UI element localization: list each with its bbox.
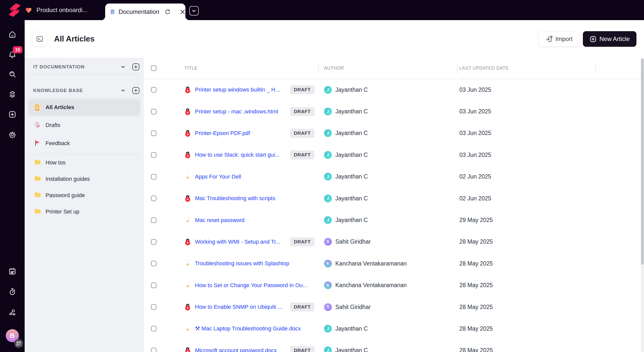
sidebar-item-label: All Articles (46, 104, 74, 111)
article-console-icon-button[interactable] (32, 32, 47, 47)
vertical-scrollbar[interactable] (641, 58, 644, 352)
sidebar-item-feedback[interactable]: Feedback (28, 134, 140, 152)
chevron-up-icon[interactable] (120, 88, 126, 93)
row-checkbox[interactable] (151, 152, 156, 158)
article-title-link[interactable]: Apps For Your Dell (195, 173, 241, 180)
sidebar-folder-label: How tos (46, 159, 65, 166)
table-row[interactable]: Mac Troubleshooting with scripts DRAFT J… (144, 188, 644, 209)
table-row[interactable]: Printer setup - mac ,windows.html DRAFT … (144, 101, 644, 122)
article-title-link[interactable]: Troubleshooting issues with Splashtop (195, 260, 289, 267)
table-row[interactable]: How to Set or Change Your Password in Ou… (144, 275, 644, 296)
table-row[interactable]: How to Enable SNMP on Ubiquiti ... DRAFT… (144, 296, 644, 318)
sidebar-folder-password-guide[interactable]: Password guide (28, 187, 140, 203)
locked-article-icon (184, 86, 191, 94)
new-article-button-label: New Article (599, 35, 630, 42)
article-title-link[interactable]: ⚒ Mac Laptop Troubleshooting Guide.docx (195, 325, 301, 332)
row-checkbox[interactable] (151, 348, 156, 352)
table-row[interactable]: ⚒ Mac Laptop Troubleshooting Guide.docx … (144, 318, 644, 339)
article-title-link[interactable]: Printer-Epson PDF.pdf (195, 130, 250, 136)
table-row[interactable]: Working with WMI - Setup and Tr... DRAFT… (144, 231, 644, 253)
last-updated-date: 02 Jun 2025 (459, 173, 491, 180)
article-title-link[interactable]: Mac reset password (195, 217, 245, 223)
share-network-icon[interactable] (8, 308, 17, 317)
article-title-link[interactable]: Printer setup - mac ,windows.html (195, 108, 278, 115)
import-button[interactable]: Import (538, 31, 580, 47)
author-avatar: J (324, 86, 332, 94)
sidebar-folder-printer-set-up[interactable]: Printer Set up (28, 203, 140, 220)
row-checkbox[interactable] (151, 326, 156, 331)
folder-icon (34, 175, 41, 183)
article-title-link[interactable]: How to use Slack: quick start gui... (195, 152, 279, 158)
documentation-sidebar: IT DOCUMENTATION KNOWLEDGE BASE (25, 58, 144, 352)
scrollbar-thumb[interactable] (641, 59, 644, 265)
add-it-doc-button[interactable] (132, 63, 139, 70)
tab-refresh-icon[interactable] (164, 9, 170, 15)
qr-code-badge-icon[interactable] (14, 339, 23, 348)
article-title-link[interactable]: Printer setup windows builtin _ H... (195, 86, 280, 93)
tab-documentation[interactable]: Documentation (105, 4, 185, 20)
author-name: Jayanthan C (335, 152, 368, 158)
article-title-link[interactable]: Microsoft account password.docx (195, 347, 277, 352)
row-checkbox[interactable] (151, 196, 156, 201)
select-all-checkbox[interactable] (151, 65, 156, 71)
article-doc-icon (184, 282, 191, 289)
draft-status-badge: DRAFT (290, 107, 314, 116)
column-header-last-updated: LAST UPDATED DATE (459, 66, 509, 71)
tab-close-icon[interactable] (180, 9, 185, 15)
table-row[interactable]: Troubleshooting issues with Splashtop DR… (144, 253, 644, 274)
author-name: Jayanthan C (335, 130, 368, 137)
author-avatar: J (324, 216, 332, 224)
settings-gear-icon[interactable] (8, 130, 17, 139)
sidebar-folder-how-tos[interactable]: How tos (28, 154, 140, 171)
section-label: KNOWLEDGE BASE (33, 88, 83, 93)
chevron-down-icon[interactable] (120, 64, 126, 70)
drafts-notepad-icon (34, 122, 41, 129)
table-row[interactable]: Printer setup windows builtin _ H... DRA… (144, 79, 644, 101)
row-checkbox[interactable] (151, 130, 156, 136)
sidebar-item-all-articles[interactable]: All Articles (28, 99, 140, 116)
home-icon[interactable] (8, 30, 17, 39)
table-row[interactable]: Microsoft account password.docx DRAFT J … (144, 340, 644, 352)
section-it-documentation[interactable]: IT DOCUMENTATION (25, 60, 144, 74)
author-avatar: J (324, 173, 332, 181)
article-title-link[interactable]: Working with WMI - Setup and Tr... (195, 239, 280, 245)
last-updated-date: 03 Jun 2025 (459, 86, 491, 93)
plus-square-icon (590, 36, 596, 42)
add-new-icon[interactable] (8, 110, 17, 119)
author-name: Jayanthan C (335, 108, 368, 115)
sidebar-folder-label: Installation guides (46, 176, 90, 182)
locked-article-icon (184, 108, 191, 115)
locked-article-icon (184, 303, 191, 311)
table-row[interactable]: How to use Slack: quick start gui... DRA… (144, 144, 644, 166)
table-row[interactable]: Mac reset password DRAFT J Jayanthan C 2… (144, 209, 644, 231)
sidebar-item-drafts[interactable]: Drafts (28, 116, 140, 134)
tab-product-onboarding[interactable]: Product onboardi... (25, 0, 88, 20)
table-row[interactable]: Printer-Epson PDF.pdf DRAFT J Jayanthan … (144, 122, 644, 144)
timer-stopwatch-icon[interactable] (8, 287, 17, 296)
article-title-link[interactable]: How to Set or Change Your Password in Ou… (195, 282, 307, 288)
layers-stack-icon[interactable] (8, 90, 17, 99)
row-checkbox[interactable] (151, 87, 156, 93)
row-checkbox[interactable] (151, 261, 156, 266)
row-checkbox[interactable] (151, 239, 156, 245)
new-article-button[interactable]: New Article (583, 31, 636, 47)
tab-list-chevron-button[interactable] (189, 6, 199, 16)
row-checkbox[interactable] (151, 283, 156, 288)
author-avatar: J (324, 325, 332, 333)
calendar-icon[interactable] (8, 267, 17, 276)
row-checkbox[interactable] (151, 109, 156, 114)
last-updated-date: 03 Jun 2025 (459, 152, 491, 158)
article-title-link[interactable]: How to Enable SNMP on Ubiquiti ... (195, 304, 282, 310)
sidebar-folder-installation-guides[interactable]: Installation guides (28, 171, 140, 187)
section-knowledge-base[interactable]: KNOWLEDGE BASE (25, 83, 144, 98)
tab-label: Documentation (119, 8, 159, 15)
article-title-link[interactable]: Mac Troubleshooting with scripts (195, 195, 275, 201)
row-checkbox[interactable] (151, 217, 156, 223)
row-checkbox[interactable] (151, 304, 156, 310)
orange-article-icon (34, 104, 41, 111)
row-checkbox[interactable] (151, 174, 156, 180)
section-label: IT DOCUMENTATION (33, 64, 85, 70)
search-icon[interactable] (8, 70, 17, 78)
table-row[interactable]: Apps For Your Dell DRAFT J Jayanthan C 0… (144, 166, 644, 188)
add-knowledge-base-button[interactable] (132, 87, 139, 94)
